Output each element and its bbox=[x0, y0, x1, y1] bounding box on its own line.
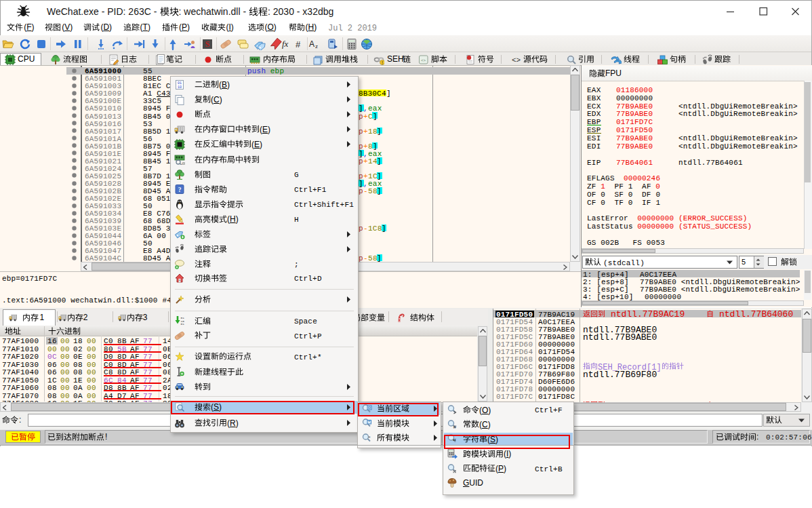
svg-text:p: p bbox=[359, 157, 363, 165]
svg-text:8B30C4: 8B30C4 bbox=[359, 90, 386, 98]
svg-text:push: push bbox=[247, 67, 266, 75]
svg-text:01: 01 bbox=[181, 322, 185, 326]
svg-text:Jul 2 2019: Jul 2 2019 bbox=[328, 23, 377, 33]
svg-text:]: ] bbox=[386, 90, 391, 98]
svg-text:ntdll.77B64060: ntdll.77B64060 bbox=[719, 309, 793, 319]
svg-text:p: p bbox=[359, 224, 363, 233]
svg-text:Space: Space bbox=[294, 317, 317, 326]
svg-text:fx: fx bbox=[282, 39, 289, 49]
svg-text:1C8: 1C8 bbox=[368, 224, 382, 233]
svg-text:Ctrl+F1: Ctrl+F1 bbox=[294, 186, 327, 194]
svg-text:;: ; bbox=[294, 260, 299, 269]
svg-text:Ctrl+D: Ctrl+D bbox=[294, 275, 322, 283]
svg-text:00000000 (STATUS_SUCCESS): 00000000 (STATUS_SUCCESS) bbox=[637, 222, 752, 231]
svg-text:#: # bbox=[296, 39, 301, 49]
svg-text:77B9ABE0: 77B9ABE0 bbox=[616, 142, 653, 151]
svg-text:S: S bbox=[205, 39, 210, 49]
svg-text:<ntdll.DbgUiRemoteBreakin>: <ntdll.DbgUiRemoteBreakin> bbox=[678, 142, 798, 151]
svg-text:ebp: ebp bbox=[270, 67, 283, 75]
svg-text:ntdll.77B9ABE0: ntdll.77B9ABE0 bbox=[583, 332, 657, 342]
svg-text:EIP: EIP bbox=[587, 158, 601, 166]
svg-text:H: H bbox=[294, 216, 299, 224]
svg-text:0171FD8C: 0171FD8C bbox=[538, 393, 575, 401]
svg-text:]: ] bbox=[382, 224, 386, 233]
svg-text:p: p bbox=[359, 127, 363, 135]
svg-text:0171FD7C: 0171FD7C bbox=[496, 393, 533, 401]
svg-text:]: ] bbox=[377, 157, 382, 165]
svg-text:14: 14 bbox=[368, 157, 378, 165]
svg-text:ntdll.77B9AC19: ntdll.77B9AC19 bbox=[611, 309, 685, 319]
svg-text:*: * bbox=[368, 435, 370, 441]
svg-text:18: 18 bbox=[368, 127, 378, 135]
svg-text:GS 002B FS 0053: GS 002B FS 0053 bbox=[587, 239, 665, 247]
svg-text:<ntdll.DbgUiRemoteBreakin>: <ntdll.DbgUiRemoteBreakin> bbox=[678, 110, 798, 118]
svg-text:.text:6A591000 wechatwin.dll:$: .text:6A591000 wechatwin.dll:$1000 #400 bbox=[2, 296, 180, 305]
svg-text:!: ! bbox=[382, 60, 383, 64]
svg-text:@: @ bbox=[182, 161, 185, 165]
svg-text:CF 0 TF 0 IF 1: CF 0 TF 0 IF 1 bbox=[587, 199, 660, 207]
svg-text:<>: <> bbox=[512, 56, 521, 64]
svg-text:+: + bbox=[363, 112, 368, 120]
svg-text:n: n bbox=[179, 278, 181, 282]
svg-text:58: 58 bbox=[368, 187, 378, 195]
svg-text:0:02:57:06: 0:02:57:06 bbox=[766, 433, 812, 442]
svg-text:]: ] bbox=[373, 112, 378, 120]
svg-text:+: + bbox=[363, 127, 368, 135]
svg-text:ntdll.77B64061: ntdll.77B64061 bbox=[678, 158, 743, 166]
svg-text:-: - bbox=[363, 224, 368, 233]
svg-text:+: + bbox=[363, 157, 368, 165]
svg-text:z: z bbox=[315, 43, 318, 49]
svg-text:A: A bbox=[309, 39, 314, 49]
svg-text:77B64061: 77B64061 bbox=[616, 158, 653, 166]
svg-text:Ctrl+F: Ctrl+F bbox=[535, 406, 563, 414]
svg-text:?: ? bbox=[178, 187, 182, 193]
svg-text:#: # bbox=[453, 424, 457, 430]
svg-text:p: p bbox=[359, 112, 363, 120]
svg-text:EDI: EDI bbox=[587, 142, 601, 151]
svg-text:Ctrl+B: Ctrl+B bbox=[535, 465, 563, 473]
svg-text:10: 10 bbox=[178, 85, 182, 89]
svg-text:(stdcall): (stdcall) bbox=[603, 259, 645, 267]
svg-text:Ctrl+Shift+F1: Ctrl+Shift+F1 bbox=[294, 201, 354, 209]
svg-text:Ctrl+P: Ctrl+P bbox=[294, 332, 322, 340]
svg-text:p: p bbox=[359, 187, 363, 195]
svg-text:]: ] bbox=[377, 127, 382, 135]
svg-text:ntdll.77B69F80: ntdll.77B69F80 bbox=[583, 370, 657, 380]
svg-text:LastStatus: LastStatus bbox=[587, 222, 637, 231]
svg-text:<>: <> bbox=[421, 58, 426, 62]
svg-text:G: G bbox=[294, 171, 299, 179]
svg-text:Ctrl+*: Ctrl+* bbox=[294, 353, 322, 362]
svg-text:ebp=0171FD7C: ebp=0171FD7C bbox=[2, 274, 57, 282]
svg-text:]: ] bbox=[377, 187, 382, 195]
svg-text:-: - bbox=[363, 187, 368, 195]
